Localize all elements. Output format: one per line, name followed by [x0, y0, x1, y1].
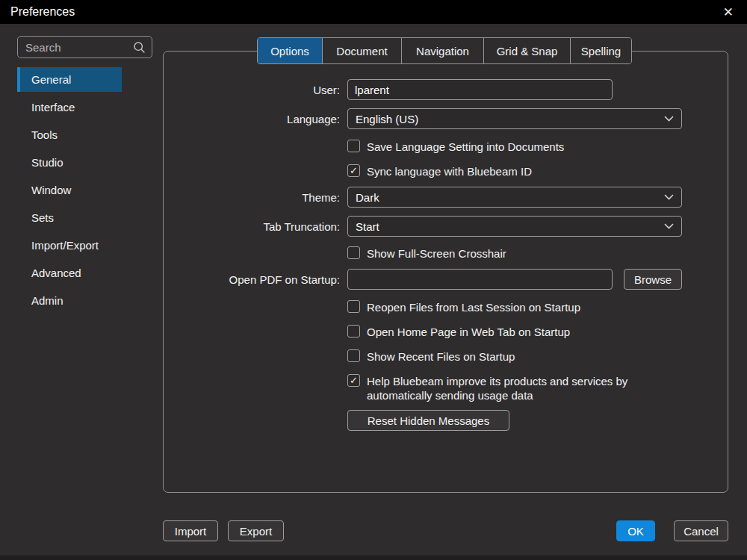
recent-files-checkbox[interactable] — [347, 349, 360, 362]
import-button[interactable]: Import — [163, 520, 218, 541]
sidebar: General Interface Tools Studio Window Se… — [17, 67, 122, 316]
theme-select[interactable]: Dark — [347, 187, 682, 208]
chevron-down-icon — [664, 116, 674, 122]
sidebar-item-window[interactable]: Window — [17, 178, 122, 202]
user-row: User: — [161, 79, 613, 100]
sync-language-label: Sync language with Bluebeam ID — [367, 164, 532, 178]
sidebar-item-general[interactable]: General — [17, 67, 122, 92]
ok-button[interactable]: OK — [616, 520, 655, 541]
sync-language-row: ✓ Sync language with Bluebeam ID — [347, 164, 532, 178]
reopen-files-row: Reopen Files from Last Session on Startu… — [347, 300, 580, 314]
save-language-checkbox[interactable] — [347, 140, 360, 152]
reset-hidden-messages-button[interactable]: Reset Hidden Messages — [347, 410, 509, 431]
save-language-label: Save Language Setting into Documents — [367, 140, 564, 154]
sidebar-item-admin[interactable]: Admin — [17, 288, 122, 313]
sidebar-item-import-export[interactable]: Import/Export — [17, 233, 122, 258]
titlebar: Preferences ✕ — [0, 0, 747, 24]
crosshair-checkbox[interactable] — [347, 246, 360, 259]
chevron-down-icon — [664, 194, 674, 200]
language-value: English (US) — [356, 113, 664, 125]
search-box — [17, 36, 152, 58]
open-pdf-field[interactable] — [347, 269, 613, 290]
language-label: Language: — [161, 113, 340, 125]
window-bottom-edge — [0, 556, 747, 560]
usage-data-checkbox[interactable]: ✓ — [347, 374, 360, 387]
tab-truncation-label: Tab Truncation: — [161, 220, 340, 233]
crosshair-row: Show Full-Screen Crosshair — [347, 246, 506, 261]
search-input[interactable] — [25, 41, 133, 54]
search-icon — [133, 41, 146, 54]
cancel-button[interactable]: Cancel — [674, 520, 728, 541]
sidebar-item-interface[interactable]: Interface — [17, 95, 122, 119]
sidebar-item-sets[interactable]: Sets — [17, 205, 122, 230]
window-title: Preferences — [10, 5, 720, 19]
crosshair-label: Show Full-Screen Crosshair — [367, 246, 506, 261]
tab-grid-snap[interactable]: Grid & Snap — [483, 38, 570, 63]
sync-language-checkbox[interactable]: ✓ — [347, 164, 360, 177]
usage-data-label: Help Bluebeam improve its products and s… — [367, 374, 645, 402]
tab-options[interactable]: Options — [258, 38, 322, 63]
user-field[interactable] — [347, 79, 613, 100]
tab-document[interactable]: Document — [322, 38, 401, 63]
language-row: Language: English (US) — [161, 108, 682, 129]
export-button[interactable]: Export — [228, 520, 284, 541]
save-language-row: Save Language Setting into Documents — [347, 140, 564, 154]
recent-files-label: Show Recent Files on Startup — [367, 349, 515, 364]
chevron-down-icon — [664, 223, 674, 229]
tab-truncation-select[interactable]: Start — [347, 216, 682, 237]
preferences-dialog: Preferences ✕ General Interface Tools St… — [0, 0, 747, 560]
tab-truncation-value: Start — [356, 220, 664, 233]
open-home-row: Open Home Page in Web Tab on Startup — [347, 325, 570, 339]
user-label: User: — [161, 84, 340, 96]
close-icon[interactable]: ✕ — [720, 4, 737, 20]
tab-strip: Options Document Navigation Grid & Snap … — [257, 37, 632, 64]
theme-label: Theme: — [161, 191, 340, 204]
language-select[interactable]: English (US) — [347, 108, 682, 129]
reopen-files-label: Reopen Files from Last Session on Startu… — [367, 300, 580, 314]
browse-button[interactable]: Browse — [624, 269, 682, 290]
sidebar-item-advanced[interactable]: Advanced — [17, 261, 122, 285]
sidebar-item-tools[interactable]: Tools — [17, 122, 122, 147]
open-pdf-label: Open PDF on Startup: — [161, 273, 340, 286]
usage-data-row: ✓ Help Bluebeam improve its products and… — [347, 374, 645, 402]
recent-files-row: Show Recent Files on Startup — [347, 349, 515, 364]
theme-value: Dark — [356, 191, 664, 204]
tab-navigation[interactable]: Navigation — [401, 38, 483, 63]
theme-row: Theme: Dark — [161, 187, 682, 208]
open-home-checkbox[interactable] — [347, 325, 360, 337]
tab-truncation-row: Tab Truncation: Start — [161, 216, 682, 237]
tab-spelling[interactable]: Spelling — [570, 38, 631, 63]
reopen-files-checkbox[interactable] — [347, 300, 360, 313]
sidebar-item-studio[interactable]: Studio — [17, 150, 122, 175]
open-home-label: Open Home Page in Web Tab on Startup — [367, 325, 570, 339]
open-pdf-row: Open PDF on Startup: Browse — [161, 269, 682, 290]
